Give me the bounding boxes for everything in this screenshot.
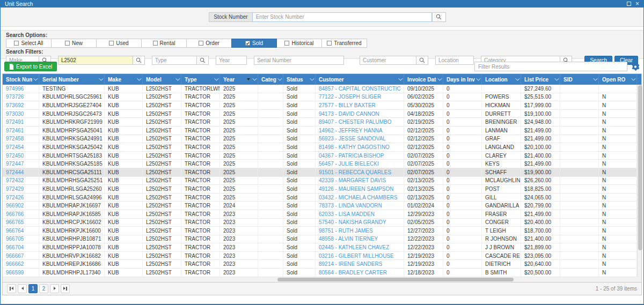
table-row[interactable]: 966667KBULMDHRVPJK16682KUBL2502HSTTRACTO… xyxy=(3,252,637,261)
stock-link[interactable]: 972444 xyxy=(6,169,24,175)
stock-link[interactable]: 966662 xyxy=(6,261,24,267)
column-header-status[interactable]: Status xyxy=(283,74,316,85)
customer-link[interactable]: 77122 - JOSEPH SLIGER xyxy=(319,94,381,100)
stock-link[interactable]: 966599 xyxy=(6,270,24,276)
page-button-1[interactable]: 1 xyxy=(28,284,38,293)
table-row[interactable]: 966765KBULMDHRCPJK16602KUBL2502HSTTRACTO… xyxy=(3,219,637,227)
stock-link[interactable]: 973030 xyxy=(6,111,24,117)
first-page-button[interactable] xyxy=(7,284,16,293)
customer-link[interactable]: 81498 - KATHY DAGOSTINO xyxy=(319,144,390,150)
table-row[interactable]: 966902KBULMDHRAPJK16697KUBL2502HSTTRACTO… xyxy=(3,202,637,210)
customer-link[interactable]: 94173 - DAVID CANNON xyxy=(319,111,379,117)
customer-link[interactable]: 89214 - IRENE SANDERS xyxy=(319,261,382,267)
stock-link[interactable]: 974996 xyxy=(6,86,24,92)
close-icon[interactable]: × xyxy=(635,1,639,6)
stock-link[interactable]: 966764 xyxy=(6,228,24,234)
customer-link[interactable]: 56457 - JULIE BIELECKI xyxy=(319,161,379,167)
customer-link[interactable]: 14962 - JEFFREY HANNA xyxy=(319,128,383,133)
column-menu-icon[interactable] xyxy=(631,76,635,80)
vertical-scroll-thumb[interactable] xyxy=(638,85,642,250)
stock-link[interactable]: 972429 xyxy=(6,186,24,192)
column-menu-icon[interactable] xyxy=(99,76,103,80)
column-menu-icon[interactable] xyxy=(175,76,180,80)
stock-link[interactable]: 973726 xyxy=(6,94,24,100)
customer-link[interactable]: 49126 - MAUREEN SAMPSON xyxy=(319,186,394,192)
column-header-list_price[interactable]: List Price xyxy=(521,74,560,85)
column-menu-icon[interactable] xyxy=(476,76,480,80)
customer-link[interactable]: 03216 - GILBERT MILLHOUSE xyxy=(319,253,394,259)
column-header-invoice_date[interactable]: Invoice Date xyxy=(404,74,443,85)
customer-link[interactable]: 78373 - LINDA VANDORN xyxy=(319,203,382,209)
column-header-model[interactable]: Model xyxy=(143,74,181,85)
vertical-scrollbar[interactable] xyxy=(637,85,641,277)
column-header-open_ro[interactable]: Open RO xyxy=(599,74,637,85)
column-menu-icon[interactable] xyxy=(33,76,38,80)
customer-link[interactable]: 80564 - BRADLEY CARTER xyxy=(319,270,387,276)
horizontal-scroll-thumb[interactable] xyxy=(277,278,514,281)
horizontal-scrollbar[interactable] xyxy=(3,277,641,282)
table-row[interactable]: 972461KBULMDHRPSGA25041KUBL2502HSTTRACTO… xyxy=(3,127,637,135)
stock-link[interactable]: 966667 xyxy=(6,253,24,259)
customer-link[interactable]: 57540 - NAKISHA GRANDY xyxy=(319,219,386,225)
table-row[interactable]: 972458KBULMDHRKSGA24991KUBL2502HSTTRACTO… xyxy=(3,135,637,144)
table-row[interactable]: 972432KBULMDHRHSGA25251KUBL2502HSTTRACTO… xyxy=(3,177,637,185)
customer-link[interactable]: 91501 - REBECCA QUARLES xyxy=(319,169,391,175)
page-button-2[interactable]: 2 xyxy=(39,284,48,293)
next-page-button[interactable] xyxy=(50,284,59,293)
table-row[interactable]: 966766KBULMDHRAPJK16585KUBL2502HSTTRACTO… xyxy=(3,210,637,219)
column-menu-icon[interactable] xyxy=(515,76,519,80)
table-row[interactable]: 966599KBULMDHRHPJL17340KUBL2502HSTTRACTO… xyxy=(3,269,637,277)
column-menu-icon[interactable] xyxy=(310,76,314,80)
customer-link[interactable]: 48958 - ALVIN TIERNEY xyxy=(319,236,378,242)
option-rental[interactable]: Rental xyxy=(141,39,187,48)
stock-link[interactable]: 972426 xyxy=(6,195,24,200)
option-used[interactable]: Used xyxy=(96,39,142,48)
stock-link[interactable]: 966902 xyxy=(6,203,24,209)
stock-link[interactable]: 972461 xyxy=(6,128,24,133)
column-header-sid[interactable]: SID xyxy=(560,74,599,85)
table-row[interactable]: 966705KBULMDHRHPJB10871KUBL2502HSTTRACTO… xyxy=(3,235,637,244)
table-row[interactable]: 972444KBULMDHRCSGA25111KUBL2502HSTTRACTO… xyxy=(3,168,637,177)
stock-link[interactable]: 972447 xyxy=(6,161,24,167)
option-transferred[interactable]: Transferred xyxy=(321,39,367,48)
table-row[interactable]: 966662KBULMDHREPJK16686KUBL2502HSTTRACTO… xyxy=(3,260,637,269)
column-header-days_in_inventory[interactable]: Days in Invent... xyxy=(443,74,482,85)
option-new[interactable]: New xyxy=(51,39,97,48)
table-row[interactable]: 974996TESTINGKUBL2502HSTTRACTORLWN2025So… xyxy=(3,85,637,93)
stock-link[interactable]: 966705 xyxy=(6,236,24,242)
option-sold[interactable]: Sold xyxy=(231,39,277,48)
previous-page-button[interactable] xyxy=(18,284,27,293)
table-row[interactable]: 972426KBULMDHRLSGA24996KUBL2502HSTTRACTO… xyxy=(3,194,637,202)
stock-link[interactable]: 972432 xyxy=(6,177,24,183)
column-header-location[interactable]: Location xyxy=(482,74,521,85)
customer-link[interactable]: 98751 - RUTH JAMES xyxy=(319,228,373,234)
maximize-icon[interactable] xyxy=(627,2,631,6)
last-page-button[interactable] xyxy=(61,284,70,293)
option-select-all[interactable]: Select All xyxy=(6,39,52,48)
column-header-type[interactable]: Type xyxy=(181,74,220,85)
stock-number-input[interactable] xyxy=(252,12,432,22)
column-menu-icon[interactable] xyxy=(593,76,597,80)
filter-results-input[interactable] xyxy=(474,62,627,71)
stock-link[interactable]: 966704 xyxy=(6,244,24,250)
column-header-stock[interactable]: Stock Number xyxy=(3,74,39,85)
table-row[interactable]: 966704KBULMDHRPPJA10078KUBL2502HSTTRACTO… xyxy=(3,243,637,252)
customer-link[interactable]: 03432 - MICHAELA CHAMBERS xyxy=(319,195,398,200)
stock-link[interactable]: 972454 xyxy=(6,144,24,150)
stock-link[interactable]: 972491 xyxy=(6,119,24,125)
column-header-year[interactable]: Year xyxy=(220,74,258,85)
stock-search-button[interactable] xyxy=(432,12,446,22)
column-menu-icon[interactable] xyxy=(252,76,257,80)
column-menu-icon[interactable] xyxy=(437,76,442,80)
option-historical[interactable]: Historical xyxy=(276,39,322,48)
stock-link[interactable]: 972458 xyxy=(6,136,24,142)
column-header-category[interactable]: Categ... xyxy=(258,74,283,85)
column-header-make[interactable]: Make xyxy=(105,74,143,85)
customer-link[interactable]: 84857 - CAPITAL CONSTRUCTION xyxy=(319,86,400,92)
column-menu-icon[interactable] xyxy=(137,76,141,80)
column-header-serial[interactable]: Serial Number xyxy=(39,74,105,85)
column-menu-icon[interactable] xyxy=(214,76,218,80)
customer-link[interactable]: 42339 - MARGARET DAVIS xyxy=(319,177,386,183)
customer-link[interactable]: 56923 - JESSE SANDOVAL xyxy=(319,136,386,142)
table-row[interactable]: 966764KBULMDHRKPJK16600KUBL2502HSTTRACTO… xyxy=(3,227,637,235)
